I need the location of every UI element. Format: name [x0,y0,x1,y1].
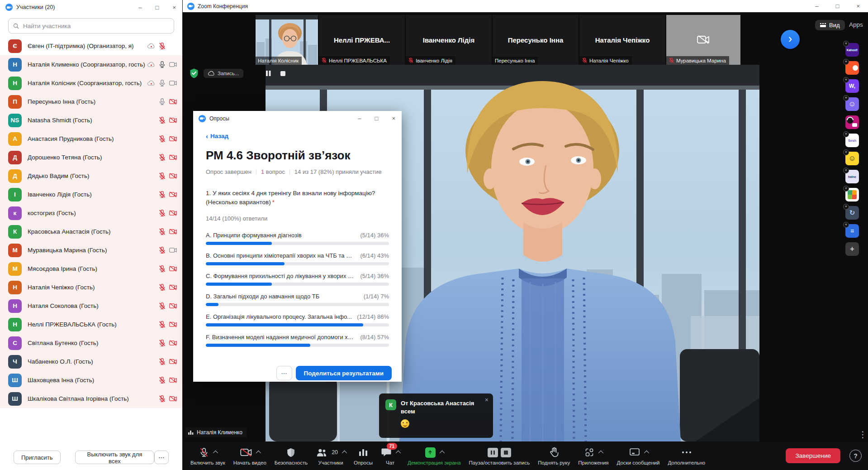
participant-row[interactable]: Н Наталя Соколова (Гость) [0,297,182,315]
zoom-app-icon[interactable]: ↻ [845,206,859,220]
search-input[interactable] [22,22,169,30]
participant-row[interactable]: Д Дорошенко Тетяна (Гость) [0,148,182,167]
minimize-button[interactable]: – [815,3,818,10]
stop-recording-button[interactable] [280,71,285,76]
minimize-button[interactable]: – [358,115,361,122]
zoom-app-icon[interactable]: ≡ [845,224,859,238]
participant-avatar: П [8,95,22,109]
camera-status-icon [169,302,177,310]
view-button[interactable]: Вид [815,20,845,30]
camera-status-icon [169,228,177,235]
maximize-button[interactable]: □ [836,3,840,10]
share-screen-button[interactable]: Демонстрация экрана [403,441,465,470]
participant-row[interactable]: к костогриз (Гость) [0,204,182,222]
share-results-button[interactable]: Поделиться результатами [296,366,392,380]
participant-row[interactable]: М Муравицька Марина (Гость) [0,241,182,259]
zoom-app-icon[interactable]: ☺ [845,152,859,165]
participant-row[interactable]: І Іванченко Лідія (Гость) [0,185,182,204]
participant-row[interactable]: А Анастасия Прудникова (Гость) [0,129,182,148]
chat-to-line: всем [401,408,474,416]
invite-button[interactable]: Пригласить [14,451,61,464]
help-button[interactable]: ? [849,450,862,462]
participant-row[interactable]: Н Неллі ПРЖЕВАЛЬСЬКА (Гость) [0,315,182,334]
minimize-button[interactable]: – [138,4,142,11]
poll-question: 1. У яких сесіях 4 дня тренінгу Ви взнал… [206,189,389,207]
participant-row[interactable]: К Красовська Анастасія (Гость) [0,222,182,241]
zoom-app-icon[interactable] [845,61,859,75]
poll-more-button[interactable]: ⋯ [276,366,292,380]
participant-row[interactable]: Ч Чабаненко О.Л. (Гость) [0,352,182,371]
participant-row[interactable]: М Мясоєдова Ірина (Гость) [0,259,182,278]
video-tile[interactable]: Неллі ПРЖЕВА... Неллі ПРЖЕВАЛЬСЬКА [319,15,405,65]
video-tile[interactable]: Наталія Чепіжко Наталія Чепіжко [579,15,665,65]
meeting-titlebar: Zoom Конференция – □ × [183,0,868,12]
participant-row[interactable]: С Світлана Бутенко (Гость) [0,334,182,352]
pause-icon[interactable] [488,448,498,457]
participant-row[interactable]: Н Наталія Колісник (Соорганизатор, гость… [0,74,182,92]
participant-search[interactable] [8,18,174,34]
apps-button[interactable]: Приложения [574,441,612,470]
participant-row[interactable]: Н Наталія Клименко (Соорганизатор, гость… [0,55,182,74]
participant-row[interactable]: Н Наталія Чепіжко (Гость) [0,278,182,297]
maximize-button[interactable]: □ [375,115,379,122]
camera-status-icon [169,61,177,68]
chevron-up-icon[interactable] [213,451,218,456]
participant-avatar: Ш [8,392,22,406]
polls-button[interactable]: Опросы [350,441,377,470]
chat-notification-popup[interactable]: × К От Красовська Анастасія всем [379,393,493,438]
participant-row[interactable]: NS Natasha Shmidt (Гость) [0,111,182,129]
start-video-button[interactable]: Начать видео [229,441,270,470]
whiteboards-button[interactable]: Доски сообщений [613,441,664,470]
unmute-button[interactable]: Включить звук [186,441,229,470]
back-link[interactable]: ‹ Назад [206,132,228,140]
pause-recording-button[interactable] [266,71,272,76]
close-button[interactable]: × [856,3,860,10]
zoom-app-icon[interactable]: W, [845,79,859,93]
poll-option-bar-fill [206,262,285,265]
participants-button[interactable]: 20 Участники [312,441,350,470]
mic-status-icon [158,265,166,273]
participant-row[interactable]: Є Євген (IT-підтримка) (Организатор, я) [0,37,182,55]
chevron-up-icon[interactable] [644,451,649,456]
zoom-app-icon[interactable]: + [845,242,859,256]
mute-all-button[interactable]: Выключить звук для всех [75,451,155,464]
end-meeting-button[interactable]: Завершение [786,448,840,463]
raise-hand-button[interactable]: Поднять руку [534,441,574,470]
participants-more-button[interactable]: ⋯ [154,451,169,464]
close-button[interactable]: × [172,4,176,11]
zoom-app-icon[interactable]: ☺ [845,97,859,111]
maximize-button[interactable]: □ [156,4,159,11]
participant-row[interactable]: Ш Шаховцева Інна (Гость) [0,371,182,389]
video-tile[interactable]: Іванченко Лідія Іванченко Лідія [406,15,492,65]
stop-icon[interactable] [501,448,511,457]
participant-avatar: Д [8,169,22,183]
zoom-app-icon[interactable] [845,115,859,129]
participant-avatar: Н [8,318,22,331]
security-button[interactable]: Безопасность [270,441,312,470]
participant-row[interactable]: П Пересунько Інна (Гость) [0,92,182,111]
chevron-up-icon[interactable] [598,451,603,456]
participant-row[interactable]: Д Дядько Вадим (Гость) [0,167,182,185]
apps-rail-more-icon[interactable]: ⋮ [859,429,867,440]
chevron-up-icon[interactable] [440,451,445,456]
chevron-up-icon[interactable] [342,451,347,456]
pause-stop-recording-button[interactable]: Пауза/остановить запись [465,441,534,470]
zoom-app-icon[interactable]: Sesh [845,134,859,147]
chevron-up-icon[interactable] [396,451,401,456]
participant-row[interactable]: Ш Шкалікова Світлана Ігорівна (Гость) [0,389,182,408]
zoom-app-icon[interactable]: twine [845,170,859,183]
camera-status-icon [169,339,177,347]
camera-status-icon [169,135,177,143]
zoom-app-icon[interactable] [845,188,859,201]
video-tile[interactable]: Наталія Колісник [256,15,318,65]
zoom-app-icon[interactable]: Kahoot! [845,43,859,57]
chevron-up-icon[interactable] [256,451,261,456]
chat-button[interactable]: 71 Чат [377,441,403,470]
poll-option-bar-fill [206,283,272,286]
more-button[interactable]: Дополнительно [664,441,709,470]
filmstrip-next-button[interactable]: › [781,30,800,49]
video-tile[interactable]: Пересунько Інна Пересунько Інна [493,15,579,65]
video-tile[interactable]: Муравицька Марина [666,15,740,65]
close-button[interactable]: × [392,115,395,122]
close-icon[interactable]: × [485,396,489,403]
